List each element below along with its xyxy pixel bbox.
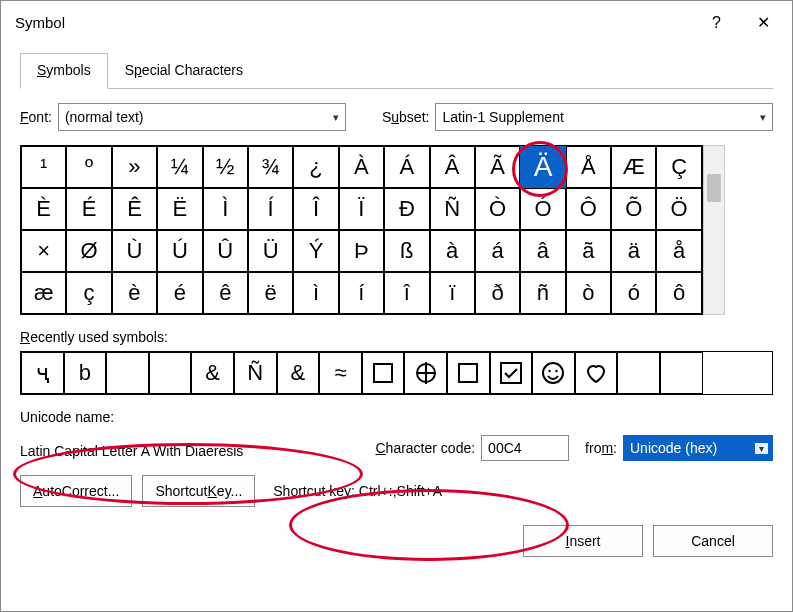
recent-symbol-cell[interactable]: ≈ bbox=[319, 352, 362, 394]
svg-rect-4 bbox=[459, 364, 477, 382]
recent-symbol-cell[interactable] bbox=[149, 352, 192, 394]
symbol-cell[interactable]: » bbox=[112, 146, 157, 188]
symbol-cell[interactable]: Ò bbox=[475, 188, 520, 230]
symbol-cell[interactable]: Ê bbox=[112, 188, 157, 230]
symbol-cell[interactable]: ä bbox=[611, 230, 656, 272]
symbol-cell[interactable]: Ç bbox=[656, 146, 701, 188]
help-button[interactable]: ? bbox=[706, 12, 727, 34]
chevron-down-icon: ▾ bbox=[333, 111, 339, 124]
symbol-cell[interactable]: À bbox=[339, 146, 384, 188]
symbol-cell[interactable]: ¾ bbox=[248, 146, 293, 188]
symbol-cell[interactable]: Ù bbox=[112, 230, 157, 272]
svg-rect-0 bbox=[374, 364, 392, 382]
recent-symbol-cell[interactable]: ҷ bbox=[21, 352, 64, 394]
symbol-cell[interactable]: é bbox=[157, 272, 202, 314]
from-combo[interactable]: Unicode (hex) ▾ bbox=[623, 435, 773, 461]
symbol-cell[interactable]: ï bbox=[430, 272, 475, 314]
font-combo[interactable]: (normal text) ▾ bbox=[58, 103, 346, 131]
symbol-cell[interactable]: Ý bbox=[293, 230, 338, 272]
scrollbar-thumb[interactable] bbox=[707, 174, 721, 202]
symbol-cell[interactable]: ê bbox=[203, 272, 248, 314]
recent-symbol-cell[interactable] bbox=[362, 352, 405, 394]
titlebar: Symbol ? ✕ bbox=[1, 1, 792, 44]
recent-symbol-cell[interactable] bbox=[532, 352, 575, 394]
autocorrect-button[interactable]: AutoCorrect... bbox=[20, 475, 132, 507]
symbol-cell[interactable]: ð bbox=[475, 272, 520, 314]
symbol-cell[interactable]: ã bbox=[566, 230, 611, 272]
symbol-cell[interactable]: Ú bbox=[157, 230, 202, 272]
symbol-cell[interactable]: ó bbox=[611, 272, 656, 314]
tab-symbols[interactable]: Symbols bbox=[20, 53, 108, 89]
symbol-cell[interactable]: Á bbox=[384, 146, 429, 188]
recent-symbol-cell[interactable] bbox=[447, 352, 490, 394]
symbol-cell[interactable]: ¿ bbox=[293, 146, 338, 188]
tab-special-characters[interactable]: Special Characters bbox=[108, 53, 260, 89]
symbol-cell[interactable]: ½ bbox=[203, 146, 248, 188]
symbol-dialog: Symbol ? ✕ Symbols Special Characters Fo… bbox=[0, 0, 793, 612]
recent-symbol-cell[interactable]: & bbox=[277, 352, 320, 394]
symbol-cell[interactable]: æ bbox=[21, 272, 66, 314]
symbol-cell[interactable]: Õ bbox=[611, 188, 656, 230]
character-code-input[interactable] bbox=[481, 435, 569, 461]
insert-button[interactable]: Insert bbox=[523, 525, 643, 557]
recent-symbol-cell[interactable] bbox=[575, 352, 618, 394]
symbol-cell[interactable]: ¹ bbox=[21, 146, 66, 188]
symbol-cell[interactable]: ô bbox=[656, 272, 701, 314]
symbol-cell[interactable]: ß bbox=[384, 230, 429, 272]
subset-label: Subset: bbox=[382, 109, 430, 125]
symbol-cell[interactable]: Ö bbox=[656, 188, 701, 230]
symbol-cell[interactable]: í bbox=[339, 272, 384, 314]
symbol-cell[interactable]: Î bbox=[293, 188, 338, 230]
symbol-cell[interactable]: è bbox=[112, 272, 157, 314]
symbol-cell[interactable]: å bbox=[656, 230, 701, 272]
symbol-cell[interactable]: Æ bbox=[611, 146, 656, 188]
symbol-cell[interactable]: Ô bbox=[566, 188, 611, 230]
symbol-cell[interactable]: º bbox=[66, 146, 111, 188]
symbol-cell[interactable]: ì bbox=[293, 272, 338, 314]
symbol-cell[interactable]: ç bbox=[66, 272, 111, 314]
symbol-cell[interactable]: Ó bbox=[520, 188, 565, 230]
cancel-button[interactable]: Cancel bbox=[653, 525, 773, 557]
symbol-cell[interactable]: Ì bbox=[203, 188, 248, 230]
symbol-cell[interactable]: Ë bbox=[157, 188, 202, 230]
symbol-cell[interactable]: É bbox=[66, 188, 111, 230]
symbol-cell[interactable]: Ä bbox=[520, 146, 565, 188]
symbol-cell[interactable]: × bbox=[21, 230, 66, 272]
chevron-down-icon: ▾ bbox=[755, 443, 768, 454]
recent-symbol-cell[interactable] bbox=[404, 352, 447, 394]
recent-symbol-cell[interactable]: b bbox=[64, 352, 107, 394]
symbol-cell[interactable]: î bbox=[384, 272, 429, 314]
symbol-cell[interactable]: Û bbox=[203, 230, 248, 272]
recent-symbol-cell[interactable]: Ñ bbox=[234, 352, 277, 394]
symbol-cell[interactable]: Ã bbox=[475, 146, 520, 188]
shortcut-key-button[interactable]: Shortcut Key... bbox=[142, 475, 255, 507]
recent-symbol-cell[interactable] bbox=[617, 352, 660, 394]
grid-scrollbar[interactable] bbox=[703, 145, 725, 315]
close-button[interactable]: ✕ bbox=[745, 7, 782, 38]
recent-symbol-cell[interactable] bbox=[106, 352, 149, 394]
symbol-cell[interactable]: Â bbox=[430, 146, 475, 188]
symbol-cell[interactable]: Ð bbox=[384, 188, 429, 230]
symbol-cell[interactable]: Ø bbox=[66, 230, 111, 272]
symbol-cell[interactable]: Ñ bbox=[430, 188, 475, 230]
symbol-grid: ¹º»¼½¾¿ÀÁÂÃÄÅÆÇÈÉÊËÌÍÎÏÐÑÒÓÔÕÖ×ØÙÚÛÜÝÞßà… bbox=[20, 145, 703, 315]
symbol-cell[interactable]: ñ bbox=[520, 272, 565, 314]
from-label: from: bbox=[585, 440, 617, 456]
symbol-cell[interactable]: Þ bbox=[339, 230, 384, 272]
symbol-cell[interactable]: à bbox=[430, 230, 475, 272]
symbol-cell[interactable]: ë bbox=[248, 272, 293, 314]
symbol-cell[interactable]: ò bbox=[566, 272, 611, 314]
symbol-cell[interactable]: Å bbox=[566, 146, 611, 188]
character-code-label: Character code: bbox=[375, 440, 475, 456]
symbol-cell[interactable]: á bbox=[475, 230, 520, 272]
symbol-cell[interactable]: â bbox=[520, 230, 565, 272]
symbol-cell[interactable]: Í bbox=[248, 188, 293, 230]
subset-combo[interactable]: Latin-1 Supplement ▾ bbox=[435, 103, 773, 131]
recent-symbol-cell[interactable] bbox=[660, 352, 703, 394]
recent-symbol-cell[interactable]: & bbox=[191, 352, 234, 394]
symbol-cell[interactable]: ¼ bbox=[157, 146, 202, 188]
recent-symbol-cell[interactable] bbox=[490, 352, 533, 394]
symbol-cell[interactable]: È bbox=[21, 188, 66, 230]
symbol-cell[interactable]: Ü bbox=[248, 230, 293, 272]
symbol-cell[interactable]: Ï bbox=[339, 188, 384, 230]
